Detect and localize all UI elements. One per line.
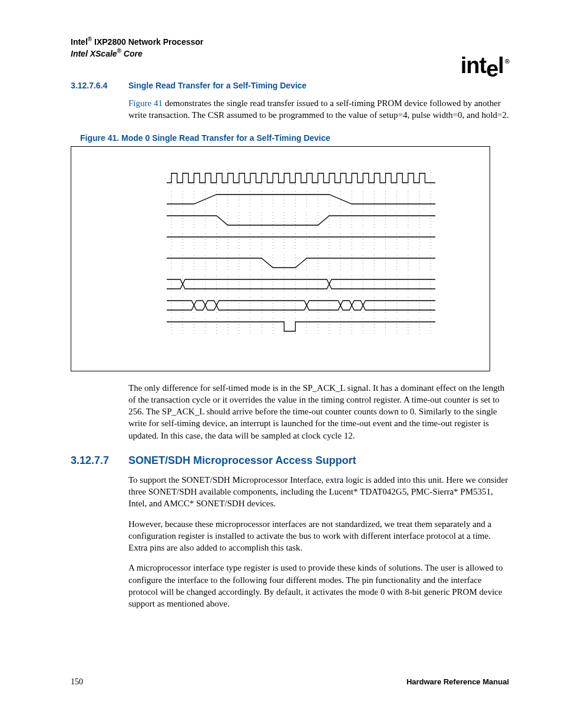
logo-reg: ® [505,58,509,65]
page-number: 150 [71,677,83,687]
header-line1-prefix: Intel [71,37,88,47]
figure-caption: Figure 41. Mode 0 Single Read Transfer f… [80,133,509,143]
header-line2b: Core [121,49,143,58]
section-heading-b: 3.12.7.7 SONET/SDH Microprocessor Access… [71,454,509,467]
footer-doc-title: Hardware Reference Manual [406,677,509,687]
section-heading-a: 3.12.7.6.4 Single Read Transfer for a Se… [71,81,509,90]
section-a-para1: Figure 41 demonstrates the single read t… [128,97,509,121]
document-header: Intel® IXP2800 Network Processor Intel X… [71,35,509,60]
after-figure-body: The only difference for self-timed mode … [128,382,509,442]
section-a-para1-rest: demonstrates the single read transfer is… [128,98,509,120]
intel-logo: intel® [461,53,509,78]
header-line1-suffix: IXP2800 Network Processor [92,37,203,47]
page-footer: 150 Hardware Reference Manual [71,677,509,687]
section-number-b: 3.12.7.7 [71,454,114,467]
section-title-a: Single Read Transfer for a Self-Timing D… [128,81,306,90]
section-b-body: To support the SONET/SDH Microprocessor … [128,474,509,610]
section-b-para3: A microprocessor interface type register… [128,562,509,610]
header-reg2: ® [117,48,121,55]
section-b-para1: To support the SONET/SDH Microprocessor … [128,474,509,510]
timing-diagram-figure [71,146,490,371]
timing-diagram-svg [71,147,490,371]
figure-link[interactable]: Figure 41 [128,98,163,108]
section-title-b: SONET/SDH Microprocessor Access Support [128,454,356,467]
header-line2a: Intel XScale [71,49,117,58]
section-a-body: Figure 41 demonstrates the single read t… [128,97,509,121]
section-number-a: 3.12.7.6.4 [71,81,114,90]
section-b-para2: However, because these microprocessor in… [128,518,509,554]
after-figure-para: The only difference for self-timed mode … [128,382,509,442]
